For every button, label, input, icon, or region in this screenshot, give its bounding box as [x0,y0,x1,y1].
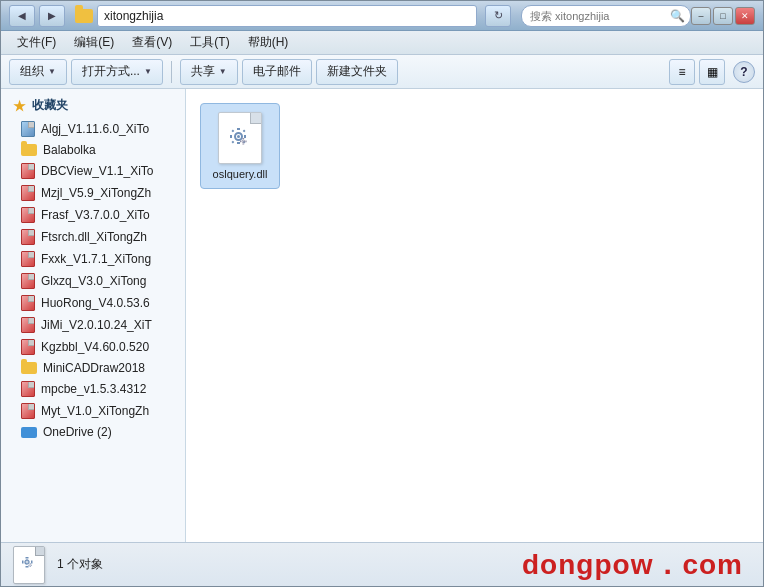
watermark-text: dongpow．com [522,546,743,584]
zip-icon-4 [21,207,35,223]
status-file-icon [13,546,45,584]
svg-point-5 [26,561,27,562]
status-gear-icon [20,555,38,575]
toolbar: 组织 ▼ 打开方式... ▼ 共享 ▼ 电子邮件 新建文件夹 ≡ ▦ ? [1,55,763,89]
folder-icon-11 [21,362,37,374]
title-bar-left: ◀ ▶ xitongzhijia ↻ 🔍 [9,5,691,27]
sidebar-item-label-6: Fxxk_V1.7.1_XiTong [41,252,151,266]
sidebar-item-label-10: Kgzbbl_V4.60.0.520 [41,340,149,354]
zip-icon-9 [21,317,35,333]
sidebar-item-label-0: Algj_V1.11.6.0_XiTo [41,122,149,136]
menu-file[interactable]: 文件(F) [9,32,64,53]
sidebar-item-2[interactable]: DBCView_V1.1_XiTo [1,160,185,182]
sidebar-item-7[interactable]: Glxzq_V3.0_XiTong [1,270,185,292]
zip-icon-12 [21,381,35,397]
sidebar-item-label-4: Frasf_V3.7.0.0_XiTo [41,208,150,222]
zip-icon-8 [21,295,35,311]
open-label: 打开方式... [82,63,140,80]
help-button[interactable]: ? [733,61,755,83]
sidebar-item-label-1: Balabolka [43,143,96,157]
folder-icon-1 [21,144,37,156]
zip-icon-5 [21,229,35,245]
sidebar-item-12[interactable]: mpcbe_v1.5.3.4312 [1,378,185,400]
zip-icon-0 [21,121,35,137]
sidebar-item-label-2: DBCView_V1.1_XiTo [41,164,154,178]
address-text: xitongzhijia [104,9,163,23]
folder-icon [75,9,93,23]
sidebar-item-14[interactable]: OneDrive (2) [1,422,185,442]
close-button[interactable]: ✕ [735,7,755,25]
maximize-button[interactable]: □ [713,7,733,25]
separator-1 [171,61,172,83]
status-bar: 1 个对象 dongpow．com [1,542,763,586]
email-button[interactable]: 电子邮件 [242,59,312,85]
file-label-dll: oslquery.dll [213,168,268,180]
menu-edit[interactable]: 编辑(E) [66,32,122,53]
sidebar-item-1[interactable]: Balabolka [1,140,185,160]
view-icon-2: ▦ [707,65,718,79]
svg-point-6 [29,564,31,566]
email-label: 电子邮件 [253,63,301,80]
search-icon: 🔍 [670,9,685,23]
sidebar-item-label-8: HuoRong_V4.0.53.6 [41,296,150,310]
view-button-1[interactable]: ≡ [669,59,695,85]
zip-icon-7 [21,273,35,289]
sidebar-item-label-7: Glxzq_V3.0_XiTong [41,274,146,288]
star-icon: ★ [13,98,26,114]
sidebar-item-label-13: Myt_V1.0_XiTongZh [41,404,149,418]
sidebar-item-13[interactable]: Myt_V1.0_XiTongZh [1,400,185,422]
window: ◀ ▶ xitongzhijia ↻ 🔍 – □ ✕ 文件(F) 编辑(E) 查… [0,0,764,587]
title-bar: ◀ ▶ xitongzhijia ↻ 🔍 – □ ✕ [1,1,763,31]
svg-point-3 [243,141,244,142]
sidebar-item-5[interactable]: Ftsrch.dll_XiTongZh [1,226,185,248]
sidebar-item-4[interactable]: Frasf_V3.7.0.0_XiTo [1,204,185,226]
share-label: 共享 [191,63,215,80]
sidebar-item-6[interactable]: Fxxk_V1.7.1_XiTong [1,248,185,270]
sidebar-item-label-12: mpcbe_v1.5.3.4312 [41,382,146,396]
view-icon-1: ≡ [678,65,685,79]
sidebar-item-8[interactable]: HuoRong_V4.0.53.6 [1,292,185,314]
file-item-dll[interactable]: oslquery.dll [200,103,280,189]
refresh-button[interactable]: ↻ [485,5,511,27]
view-button-2[interactable]: ▦ [699,59,725,85]
new-folder-label: 新建文件夹 [327,63,387,80]
svg-point-1 [237,135,240,138]
zip-icon-13 [21,403,35,419]
sidebar-item-label-9: JiMi_V2.0.10.24_XiT [41,318,152,332]
share-button[interactable]: 共享 ▼ [180,59,238,85]
sidebar-item-9[interactable]: JiMi_V2.0.10.24_XiT [1,314,185,336]
forward-button[interactable]: ▶ [39,5,65,27]
favorites-header: ★ 收藏夹 [1,89,185,118]
open-button[interactable]: 打开方式... ▼ [71,59,163,85]
sidebar-item-0[interactable]: Algj_V1.11.6.0_XiTo [1,118,185,140]
address-bar[interactable]: xitongzhijia [97,5,477,27]
sidebar-item-10[interactable]: Kgzbbl_V4.60.0.520 [1,336,185,358]
zip-icon-2 [21,163,35,179]
menu-help[interactable]: 帮助(H) [240,32,297,53]
sidebar-item-3[interactable]: Mzjl_V5.9_XiTongZh [1,182,185,204]
sidebar-item-label-3: Mzjl_V5.9_XiTongZh [41,186,151,200]
dll-file-icon [218,112,262,164]
menu-tools[interactable]: 工具(T) [182,32,237,53]
minimize-button[interactable]: – [691,7,711,25]
window-controls: – □ ✕ [691,7,755,25]
new-folder-button[interactable]: 新建文件夹 [316,59,398,85]
gear-large-icon [226,124,254,152]
open-arrow: ▼ [144,67,152,76]
favorites-label: 收藏夹 [32,97,68,114]
zip-icon-3 [21,185,35,201]
menu-view[interactable]: 查看(V) [124,32,180,53]
sidebar-item-11[interactable]: MiniCADDraw2018 [1,358,185,378]
organize-button[interactable]: 组织 ▼ [9,59,67,85]
file-area[interactable]: oslquery.dll [186,89,763,542]
status-count: 1 个对象 [57,556,510,573]
search-input[interactable] [521,5,691,27]
sidebar-item-label-5: Ftsrch.dll_XiTongZh [41,230,147,244]
zip-icon-6 [21,251,35,267]
onedrive-icon-14 [21,427,37,438]
sidebar-item-label-14: OneDrive (2) [43,425,112,439]
organize-label: 组织 [20,63,44,80]
sidebar-item-label-11: MiniCADDraw2018 [43,361,145,375]
back-button[interactable]: ◀ [9,5,35,27]
zip-icon-10 [21,339,35,355]
